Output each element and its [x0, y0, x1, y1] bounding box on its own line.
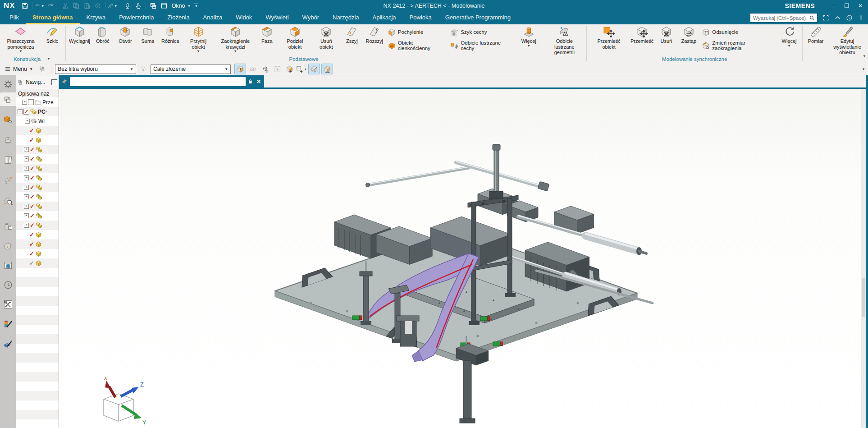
part-navigator-icon[interactable] [37, 64, 47, 74]
tree-row[interactable]: +✓ [16, 173, 59, 183]
minimize-button[interactable]: – [827, 1, 839, 10]
check-icon[interactable]: ✓ [29, 242, 34, 247]
ribbon-button-odbicie-lustrzane-cechy[interactable]: Odbicie lustrzane cechy [450, 40, 516, 51]
resource-assembly-navigator[interactable] [0, 92, 16, 106]
window-cascade-button[interactable] [148, 1, 158, 10]
tree-row[interactable]: +Prze [16, 97, 59, 107]
resource-settings-gear[interactable] [0, 78, 16, 91]
ribbon-button-szkic[interactable]: Szkic [41, 25, 64, 44]
ribbon-button-podziel-obiekt[interactable]: Podziel obiekt [278, 25, 311, 50]
help-button[interactable]: ? [845, 14, 854, 23]
tab-aplikacja[interactable]: Aplikacja [366, 12, 403, 24]
cad-model[interactable] [59, 89, 861, 428]
tree-row[interactable]: +✓ [16, 202, 59, 211]
tree-row[interactable]: ✓ [16, 126, 59, 135]
menu-button[interactable]: Menu▼ [3, 66, 35, 72]
close-button[interactable]: ✕ [854, 1, 866, 10]
tab-krzywa[interactable]: Krzywa [80, 12, 113, 24]
shaded-cube-button[interactable] [308, 64, 320, 74]
touch-mode-button[interactable] [133, 1, 143, 10]
check-icon[interactable]: ✓ [29, 233, 34, 237]
command-search[interactable] [750, 13, 818, 23]
expander-icon[interactable]: − [18, 109, 23, 114]
resource-clamp-tool[interactable] [0, 133, 16, 147]
scrollbar-thumb[interactable] [862, 278, 865, 317]
expander-icon[interactable]: + [24, 185, 29, 190]
orient-cube-button[interactable] [321, 64, 333, 74]
tree-row[interactable]: +✓ [16, 183, 59, 192]
expander-icon[interactable]: + [25, 119, 30, 124]
close-cue-icon[interactable]: ✕ [255, 78, 262, 85]
resource-measure-tool[interactable] [0, 194, 16, 207]
tree-row[interactable]: ✓ [16, 258, 59, 268]
toolbar-overflow[interactable]: ▼ [862, 67, 865, 71]
tree-row[interactable]: +✓ [16, 164, 59, 173]
check-icon[interactable]: ✓ [30, 147, 35, 152]
ribbon-button-obiekt-cienkoscienny[interactable]: Obiekt cienkościenny [388, 40, 447, 51]
ribbon-button-edytuj-wyswietlanie-obiektu[interactable]: Edytuj wyświetlanie obiektu [827, 25, 868, 55]
ribbon-button-zaokraglenie-krawedzi[interactable]: Zaokrąglenie krawędzi▼ [215, 25, 256, 53]
viewport-scrollbar[interactable] [861, 89, 866, 428]
tree-row[interactable]: ✓ [16, 249, 59, 258]
ribbon-button-usun[interactable]: Usuń [655, 25, 677, 44]
check-icon[interactable]: ✓ [30, 157, 35, 161]
selection-scope-combo[interactable]: Całe złożenie▼ [151, 64, 231, 74]
resource-constraint-navigator[interactable] [0, 113, 16, 126]
resource-info-tool[interactable]: i [0, 239, 16, 253]
tab-strona-glowna[interactable]: Strona główna [26, 12, 80, 24]
check-icon[interactable]: ✓ [30, 176, 35, 180]
ribbon-button-faza[interactable]: Faza [256, 25, 278, 44]
tab-wyswietl[interactable]: Wyświetl [259, 12, 295, 24]
restore-button[interactable]: ❐ [841, 1, 853, 10]
resource-datum-tool[interactable] [0, 174, 16, 187]
expander-icon[interactable]: + [24, 204, 29, 209]
expander-icon[interactable]: + [24, 194, 29, 199]
chevron-up-button[interactable] [833, 14, 842, 23]
resource-library-books[interactable] [0, 153, 16, 167]
highlight-snap-button[interactable] [234, 64, 246, 74]
expander-icon[interactable]: + [24, 223, 29, 228]
selection-input[interactable] [70, 77, 246, 86]
ribbon-button-roznica[interactable]: Różnica [159, 25, 182, 44]
selection-filter-combo[interactable]: Bez filtra wyboru▼ [55, 64, 136, 74]
tree-row[interactable]: +✓ [16, 211, 59, 221]
resource-model-wand[interactable] [0, 337, 16, 350]
ribbon-button-przemiesc-obiekt[interactable]: Przemieść obiekt [589, 25, 629, 50]
expander-icon[interactable]: + [24, 156, 29, 161]
graphics-viewport[interactable]: ✕ X Z Y [59, 75, 868, 428]
cube-plus-button[interactable] [284, 64, 295, 74]
tree-row[interactable]: +✓ [16, 192, 59, 202]
check-icon[interactable]: ✓ [30, 204, 35, 209]
expander-icon[interactable]: + [24, 213, 29, 218]
checkbox[interactable]: ✓ [23, 109, 29, 115]
ribbon-button-przemiesc[interactable]: Przemieść [629, 25, 655, 44]
check-icon[interactable]: ✓ [30, 166, 35, 171]
tab-wybor[interactable]: Wybór [296, 12, 326, 24]
expander-icon[interactable]: + [24, 175, 29, 180]
window-box-button[interactable] [159, 1, 169, 10]
resource-spray-tool[interactable] [0, 220, 16, 233]
tree-row[interactable]: +✓ [16, 221, 59, 230]
tree-row[interactable]: +Wi [16, 116, 59, 126]
measure-quick-button[interactable]: ▼ [108, 1, 118, 10]
microphone-button[interactable] [123, 1, 132, 10]
window-menu[interactable]: Okno [172, 3, 185, 9]
orientation-triad[interactable]: X Z Y [90, 377, 149, 428]
ribbon-button-otwor[interactable]: Otwór [114, 25, 137, 44]
ribbon-button-przytnij-obiekt[interactable]: Przytnij obiekt▼ [182, 25, 215, 53]
ribbon-button-wyciagnij[interactable]: Wyciągnij [68, 25, 91, 44]
ribbon-button-zmien-rozmiar-zaokraglenia[interactable]: Zmień rozmiar zaokrąglenia [702, 40, 776, 51]
ribbon-button-odbicie-lustrzane-geometrii[interactable]: Odbicie lustrzane geometrii [544, 25, 585, 55]
region-frame-button[interactable]: ▼ [296, 64, 307, 74]
resource-color-wand[interactable] [0, 318, 16, 331]
tab-plik[interactable]: Plik [3, 12, 26, 24]
alert-button[interactable] [856, 14, 865, 23]
resource-web-browser[interactable] [0, 258, 16, 272]
ribbon-button-wiecej[interactable]: Więcej▼ [517, 25, 540, 47]
ribbon-button-odsuniecie[interactable]: Odsunięcie [702, 27, 776, 37]
resource-history-clock[interactable] [0, 278, 16, 292]
ribbon-button-rozszyj[interactable]: Rozszyj [363, 25, 386, 44]
tab-powloka[interactable]: Powłoka [403, 12, 439, 24]
expander-icon[interactable]: + [24, 166, 29, 171]
tree-row[interactable]: +✓ [16, 145, 59, 154]
